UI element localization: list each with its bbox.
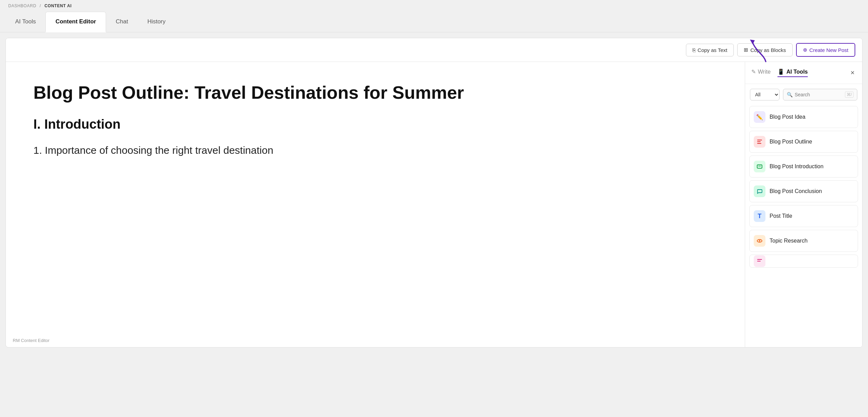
svg-rect-5 — [758, 166, 761, 167]
body-layout: Blog Post Outline: Travel Destinations f… — [6, 62, 862, 347]
panel-tabs: ✎ Write 📱 AI Tools — [751, 68, 808, 77]
copy-as-text-button[interactable]: ⎘ Copy as Text — [686, 44, 734, 56]
copy-as-blocks-button[interactable]: ⊞ Copy as Blocks — [737, 43, 792, 56]
editor-title: Blog Post Outline: Travel Destinations f… — [33, 83, 717, 103]
blog-post-introduction-icon — [754, 161, 765, 172]
post-title-label: Post Title — [770, 213, 792, 219]
breadcrumb-separator: / — [40, 3, 41, 8]
search-input[interactable] — [795, 92, 843, 97]
main-wrapper: ⎘ Copy as Text ⊞ Copy as Blocks ⊕ Create… — [6, 38, 862, 348]
tool-post-title[interactable]: T Post Title — [749, 205, 858, 227]
breadcrumb-parent[interactable]: DASHBOARD — [8, 3, 36, 8]
editor-area[interactable]: Blog Post Outline: Travel Destinations f… — [6, 62, 745, 347]
topic-research-label: Topic Research — [770, 238, 807, 244]
copy-blocks-icon: ⊞ — [744, 47, 748, 53]
tab-ai-tools[interactable]: AI Tools — [6, 12, 45, 32]
create-post-label: Create New Post — [809, 47, 848, 53]
svg-rect-9 — [757, 261, 761, 261]
breadcrumb: DASHBOARD / CONTENT AI — [0, 0, 868, 12]
tab-history[interactable]: History — [138, 12, 175, 32]
breadcrumb-current: CONTENT AI — [44, 3, 72, 8]
write-icon: ✎ — [751, 68, 756, 75]
blog-post-conclusion-label: Blog Post Conclusion — [770, 188, 822, 194]
tab-ai-tools-panel[interactable]: 📱 AI Tools — [777, 68, 808, 77]
tool-blog-post-idea[interactable]: ✏️ Blog Post Idea — [749, 106, 858, 128]
blog-post-idea-icon: ✏️ — [754, 111, 765, 123]
copy-text-label: Copy as Text — [698, 47, 727, 53]
topic-research-icon — [754, 235, 765, 247]
create-post-icon: ⊕ — [803, 47, 807, 53]
toolbar: ⎘ Copy as Text ⊞ Copy as Blocks ⊕ Create… — [6, 38, 862, 62]
editor-section-title: I. Introduction — [33, 117, 717, 132]
search-box: 🔍 ⌘/ — [783, 89, 857, 100]
svg-rect-1 — [757, 140, 762, 140]
panel-close-button[interactable]: × — [849, 67, 856, 78]
ai-tools-icon: 📱 — [777, 68, 784, 75]
tabs-bar: AI Tools Content Editor Chat History — [0, 12, 868, 32]
svg-rect-2 — [757, 141, 761, 142]
blog-post-outline-icon — [754, 136, 765, 148]
tab-content-editor[interactable]: Content Editor — [45, 12, 106, 32]
partial-tool-icon — [754, 255, 765, 267]
panel-search-row: All Writing SEO Social 🔍 ⌘/ — [745, 84, 862, 104]
svg-rect-3 — [757, 143, 761, 144]
create-new-post-button[interactable]: ⊕ Create New Post — [796, 43, 855, 57]
tool-topic-research[interactable]: Topic Research — [749, 230, 858, 252]
tool-blog-post-introduction[interactable]: Blog Post Introduction — [749, 156, 858, 178]
blog-post-outline-label: Blog Post Outline — [770, 139, 812, 145]
tool-blog-post-outline[interactable]: Blog Post Outline — [749, 131, 858, 153]
tools-list: ✏️ Blog Post Idea Blog Post Outline — [745, 104, 862, 347]
editor-footer: RM Content Editor — [13, 338, 50, 343]
svg-rect-8 — [757, 259, 762, 260]
search-icon: 🔍 — [787, 92, 793, 97]
tab-chat[interactable]: Chat — [106, 12, 138, 32]
svg-point-7 — [759, 240, 760, 242]
write-tab-label: Write — [758, 69, 771, 75]
copy-blocks-label: Copy as Blocks — [750, 47, 786, 53]
right-panel: ✎ Write 📱 AI Tools × All Writing SEO Soc… — [745, 62, 862, 347]
editor-body-text: 1. Importance of choosing the right trav… — [33, 143, 717, 158]
post-title-icon: T — [754, 210, 765, 222]
filter-select[interactable]: All Writing SEO Social — [750, 89, 780, 100]
ai-tools-tab-label: AI Tools — [786, 69, 808, 75]
tool-blog-post-conclusion[interactable]: Blog Post Conclusion — [749, 180, 858, 202]
tool-partial[interactable] — [749, 255, 858, 268]
search-shortcut: ⌘/ — [845, 92, 854, 98]
copy-text-icon: ⎘ — [692, 47, 696, 53]
blog-post-idea-label: Blog Post Idea — [770, 114, 805, 120]
blog-post-conclusion-icon — [754, 185, 765, 197]
toolbar-wrapper: ⎘ Copy as Text ⊞ Copy as Blocks ⊕ Create… — [6, 38, 862, 62]
blog-post-introduction-label: Blog Post Introduction — [770, 163, 824, 170]
svg-rect-4 — [757, 165, 762, 168]
tab-write[interactable]: ✎ Write — [751, 68, 771, 77]
panel-header: ✎ Write 📱 AI Tools × — [745, 62, 862, 84]
